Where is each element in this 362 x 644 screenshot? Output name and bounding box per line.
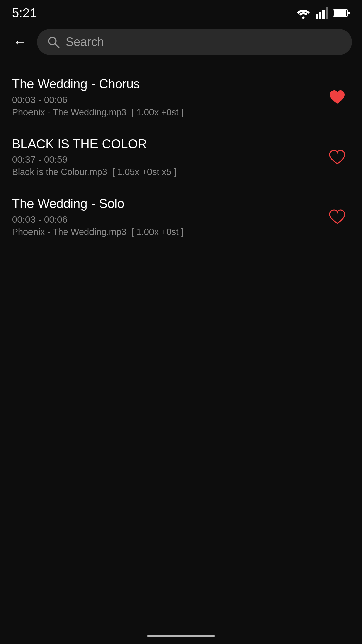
svg-point-0 <box>302 17 305 19</box>
track-info-1: The Wedding - Chorus 00:03 - 00:06 Phoen… <box>12 76 326 118</box>
wifi-icon <box>296 7 311 19</box>
status-time: 5:21 <box>12 6 37 20</box>
track-info-3: The Wedding - Solo 00:03 - 00:06 Phoenix… <box>12 196 326 237</box>
track-time-3: 00:03 - 00:06 <box>12 214 316 225</box>
search-icon <box>47 36 60 48</box>
track-time-1: 00:03 - 00:06 <box>12 95 316 105</box>
search-input[interactable] <box>66 35 342 49</box>
battery-icon <box>333 8 350 18</box>
track-title-3: The Wedding - Solo <box>12 196 316 212</box>
favorite-button-1[interactable] <box>326 86 349 108</box>
svg-rect-7 <box>334 10 346 16</box>
svg-rect-1 <box>316 14 318 19</box>
status-icons <box>296 7 350 19</box>
svg-line-9 <box>55 44 59 48</box>
list-item[interactable]: The Wedding - Solo 00:03 - 00:06 Phoenix… <box>0 187 362 247</box>
home-indicator <box>147 635 215 637</box>
heart-outline-icon <box>328 149 346 165</box>
back-arrow-icon: ← <box>13 35 27 49</box>
track-info-2: BLACK IS THE COLOR 00:37 - 00:59 Black i… <box>12 137 326 178</box>
svg-rect-4 <box>326 7 328 19</box>
svg-rect-6 <box>348 12 350 14</box>
favorite-button-3[interactable] <box>326 206 349 227</box>
heart-filled-icon <box>328 89 346 105</box>
track-title-2: BLACK IS THE COLOR <box>12 137 316 152</box>
track-meta-2: Black is the Colour.mp3 [ 1.05x +0st x5 … <box>12 167 316 177</box>
back-button[interactable]: ← <box>10 32 30 52</box>
signal-icon <box>316 7 328 19</box>
svg-rect-2 <box>319 12 321 19</box>
favorite-button-2[interactable] <box>326 146 349 168</box>
status-bar: 5:21 <box>0 0 362 23</box>
list-item[interactable]: BLACK IS THE COLOR 00:37 - 00:59 Black i… <box>0 127 362 187</box>
track-meta-3: Phoenix - The Wedding.mp3 [ 1.00x +0st ] <box>12 227 316 237</box>
track-list: The Wedding - Chorus 00:03 - 00:06 Phoen… <box>0 60 362 254</box>
search-input-container[interactable] <box>37 29 352 55</box>
svg-rect-3 <box>322 10 325 19</box>
list-item[interactable]: The Wedding - Chorus 00:03 - 00:06 Phoen… <box>0 67 362 127</box>
search-bar-row: ← <box>0 23 362 60</box>
heart-outline-icon <box>328 209 346 225</box>
track-title-1: The Wedding - Chorus <box>12 76 316 92</box>
track-meta-1: Phoenix - The Wedding.mp3 [ 1.00x +0st ] <box>12 107 316 118</box>
track-time-2: 00:37 - 00:59 <box>12 154 316 165</box>
